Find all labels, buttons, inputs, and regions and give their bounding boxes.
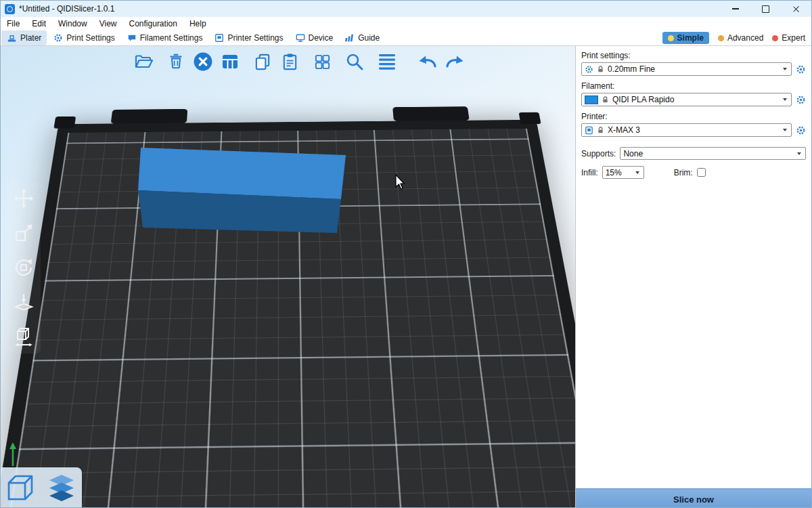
- viewport-3d[interactable]: [1, 46, 575, 508]
- plater-toolbar: [128, 49, 466, 75]
- filament-combo[interactable]: QIDI PLA Rapido: [581, 93, 792, 106]
- split-button[interactable]: [311, 50, 334, 73]
- tab-printer-settings[interactable]: Printer Settings: [209, 30, 288, 45]
- trash-icon: [167, 53, 185, 70]
- supports-combo[interactable]: None: [620, 147, 806, 160]
- redo-button[interactable]: [443, 50, 466, 73]
- print-settings-combo[interactable]: 0.20mm Fine: [581, 62, 792, 76]
- preview-layers-view-button[interactable]: [43, 470, 80, 507]
- tabbar: Plater Print Settings Filament Settings …: [1, 30, 811, 46]
- menu-item-help[interactable]: Help: [183, 18, 212, 30]
- dropdown-arrow-icon: [797, 152, 801, 155]
- printer-gear-button[interactable]: [796, 125, 806, 135]
- folder-open-icon: [134, 53, 153, 70]
- mode-switcher: Simple Advanced Expert: [662, 32, 811, 44]
- paste-icon: [281, 53, 299, 71]
- editor-3d-view-button[interactable]: [3, 470, 39, 507]
- tab-print-settings[interactable]: Print Settings: [48, 30, 120, 45]
- gear-icon: [585, 65, 593, 74]
- view-switch-panel: [1, 467, 82, 508]
- print-settings-value: 0.20mm Fine: [608, 64, 780, 74]
- guide-icon: [345, 33, 355, 43]
- filament-gear-button[interactable]: [796, 95, 806, 105]
- filament-icon: [127, 33, 137, 43]
- scale-icon: [14, 223, 34, 243]
- close-button[interactable]: [781, 1, 811, 17]
- menu-item-view[interactable]: View: [93, 18, 123, 30]
- infill-label: Infill:: [581, 168, 598, 177]
- device-icon: [296, 33, 305, 43]
- sliced-layers-icon: [46, 473, 77, 504]
- app-window: *Untitled - QIDISlicer-1.0.1 File Edit W…: [0, 0, 812, 508]
- variable-layer-height-button[interactable]: [376, 50, 399, 73]
- settings-sidebar: Print settings: 0.20mm Fine Filament:: [576, 46, 811, 508]
- lock-icon: [597, 127, 604, 134]
- print-settings-gear-button[interactable]: [796, 64, 806, 75]
- mode-advanced[interactable]: Advanced: [718, 33, 763, 43]
- copy-button[interactable]: [251, 50, 274, 73]
- menu-item-window[interactable]: Window: [52, 18, 93, 30]
- undo-button[interactable]: [416, 50, 439, 73]
- move-tool-button[interactable]: [9, 184, 39, 213]
- tab-plater[interactable]: Plater: [1, 30, 47, 45]
- undo-icon: [417, 52, 438, 71]
- filament-value: QIDI PLA Rapido: [612, 95, 780, 104]
- supports-label: Supports:: [581, 149, 616, 158]
- maximize-button[interactable]: [750, 1, 781, 17]
- filament-label: Filament:: [581, 81, 806, 91]
- lock-icon: [597, 66, 604, 73]
- arrange-icon: [221, 52, 240, 71]
- window-title: *Untitled - QIDISlicer-1.0.1: [19, 4, 114, 14]
- dropdown-arrow-icon: [783, 129, 787, 131]
- mode-simple[interactable]: Simple: [662, 32, 709, 44]
- tab-device[interactable]: Device: [290, 30, 339, 45]
- menu-item-edit[interactable]: Edit: [26, 18, 52, 30]
- arrange-button[interactable]: [219, 50, 242, 73]
- bed-clip: [518, 112, 541, 125]
- paste-button[interactable]: [278, 50, 301, 73]
- redo-icon: [444, 52, 466, 71]
- search-button[interactable]: [343, 50, 366, 73]
- infill-value: 15%: [606, 168, 632, 177]
- rotate-tool-button[interactable]: [9, 253, 39, 282]
- bed-clip: [110, 109, 187, 124]
- mode-expert[interactable]: Expert: [772, 33, 805, 43]
- printer-combo[interactable]: X-MAX 3: [581, 123, 792, 137]
- minimize-icon: [732, 8, 739, 9]
- printer-icon: [585, 126, 593, 135]
- dropdown-arrow-icon: [783, 68, 787, 70]
- menubar: File Edit Window View Configuration Help: [1, 17, 811, 30]
- bed-clip: [53, 117, 76, 129]
- printer-value: X-MAX 3: [608, 125, 780, 135]
- infill-combo[interactable]: 15%: [602, 166, 644, 179]
- brim-checkbox[interactable]: [697, 168, 706, 177]
- tab-guide[interactable]: Guide: [340, 30, 385, 45]
- menu-item-file[interactable]: File: [1, 18, 26, 30]
- app-logo-icon: [5, 4, 15, 14]
- tab-filament-settings[interactable]: Filament Settings: [122, 30, 208, 45]
- search-icon: [345, 52, 364, 71]
- brim-label: Brim:: [674, 168, 693, 177]
- scale-tool-button[interactable]: [9, 218, 39, 248]
- printer-icon: [215, 33, 224, 43]
- delete-button[interactable]: [164, 50, 187, 73]
- supports-value: None: [623, 149, 794, 158]
- open-file-button[interactable]: [132, 50, 155, 73]
- dropdown-arrow-icon: [783, 98, 787, 101]
- measure-tool-button[interactable]: [9, 322, 39, 352]
- expert-mode-dot-icon: [772, 35, 778, 41]
- place-on-face-tool-button[interactable]: [9, 287, 39, 317]
- titlebar: *Untitled - QIDISlicer-1.0.1: [1, 1, 811, 17]
- bed-clip: [392, 106, 470, 121]
- printer-label: Printer:: [581, 112, 806, 121]
- move-icon: [14, 188, 34, 209]
- delete-all-button[interactable]: [191, 50, 215, 73]
- slice-now-button[interactable]: Slice now: [576, 488, 811, 508]
- cube-3d-icon: [5, 473, 37, 504]
- copy-icon: [254, 53, 272, 71]
- gizmo-toolbar: [7, 182, 41, 354]
- menu-item-configuration[interactable]: Configuration: [123, 18, 183, 30]
- minimize-button[interactable]: [720, 1, 750, 17]
- bed-grid: [1, 129, 575, 508]
- lock-icon: [602, 96, 609, 104]
